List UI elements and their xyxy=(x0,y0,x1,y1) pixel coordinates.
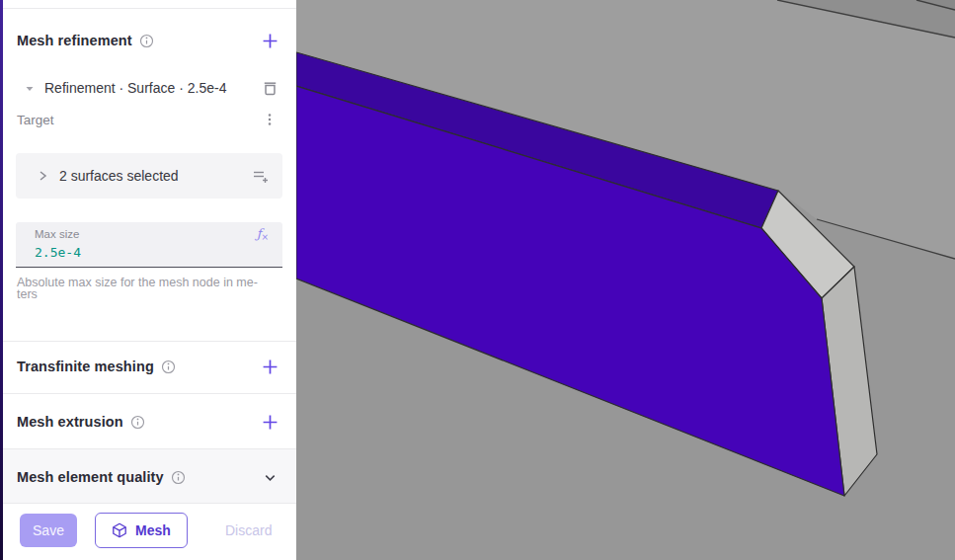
mesh-refinement-header: Mesh refinement xyxy=(0,27,296,54)
caret-down-icon[interactable] xyxy=(25,84,35,93)
formula-fx-icon[interactable]: ƒ× xyxy=(257,226,269,242)
info-icon[interactable] xyxy=(139,34,154,48)
panel-footer: Save Mesh Discard xyxy=(0,504,296,560)
playlist-add-icon[interactable] xyxy=(249,165,271,187)
panel-edge-strip xyxy=(0,0,3,560)
target-label: Target xyxy=(17,113,54,127)
info-icon[interactable] xyxy=(130,415,145,430)
max-size-help-line1: Absolute max size for the mesh node in m… xyxy=(17,277,285,288)
chevron-right-icon[interactable] xyxy=(32,165,53,187)
divider xyxy=(0,8,296,9)
mesh-button-label: Mesh xyxy=(135,522,171,538)
chevron-down-icon[interactable] xyxy=(259,466,280,488)
divider xyxy=(0,341,296,342)
add-extrusion-button[interactable] xyxy=(259,411,280,433)
kebab-menu-icon[interactable] xyxy=(259,109,280,130)
3d-viewport[interactable] xyxy=(296,0,955,560)
max-size-value[interactable]: 2.5e-4 xyxy=(35,245,81,260)
trash-icon[interactable] xyxy=(259,77,280,99)
refinement-item-row[interactable]: Refinement · Surface · 2.5e-4 xyxy=(0,74,296,102)
section-title: Mesh refinement xyxy=(17,33,132,48)
max-size-field[interactable]: Max size 2.5e-4 ƒ× xyxy=(16,222,282,268)
mesh-element-quality-header[interactable]: Mesh element quality xyxy=(0,463,296,491)
cube-icon xyxy=(112,522,127,538)
mesh-extrusion-header: Mesh extrusion xyxy=(0,408,296,436)
add-refinement-button[interactable] xyxy=(259,30,280,51)
discard-button[interactable]: Discard xyxy=(209,513,287,548)
section-title: Mesh element quality xyxy=(17,469,164,485)
settings-panel: Mesh refinement Refinement · Surface · 2… xyxy=(0,0,296,560)
save-button[interactable]: Save xyxy=(20,514,77,547)
add-transfinite-button[interactable] xyxy=(259,356,280,377)
section-title: Transfinite meshing xyxy=(17,359,154,374)
section-title: Mesh extrusion xyxy=(17,414,123,430)
max-size-label: Max size xyxy=(35,228,79,240)
divider xyxy=(0,393,296,394)
max-size-help-line2: ters xyxy=(17,288,285,300)
surface-selection-box[interactable]: 2 surfaces selected xyxy=(16,153,282,199)
refinement-item-label: Refinement · Surface · 2.5e-4 xyxy=(44,80,226,96)
transfinite-meshing-header: Transfinite meshing xyxy=(0,353,296,380)
selection-count-label: 2 surfaces selected xyxy=(59,168,179,184)
mesh-button[interactable]: Mesh xyxy=(95,513,188,548)
target-row: Target xyxy=(0,107,296,132)
info-icon[interactable] xyxy=(171,470,186,485)
info-icon[interactable] xyxy=(161,360,176,374)
